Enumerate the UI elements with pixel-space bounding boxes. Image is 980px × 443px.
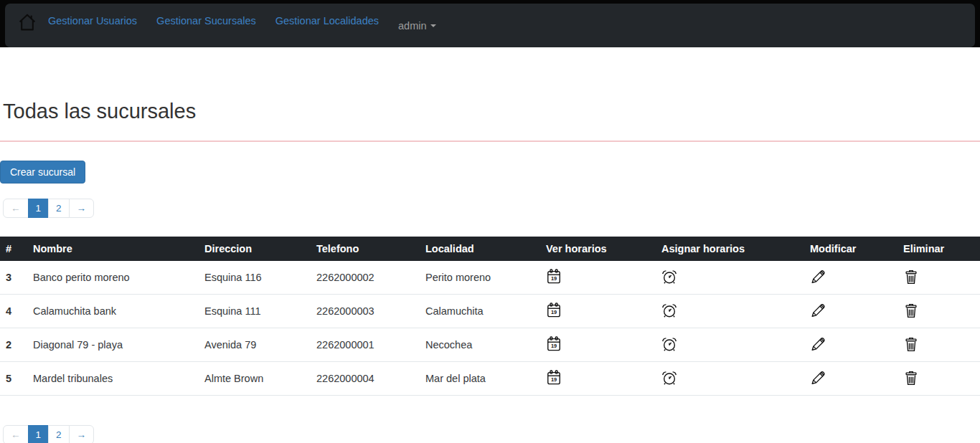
nav-item-gestionar-localidades[interactable]: Gestionar Localidades	[275, 15, 379, 27]
navbar-outer: Gestionar Usuarios Gestionar Sucursales …	[0, 0, 980, 47]
home-brand-link[interactable]	[17, 12, 38, 34]
eliminar-button[interactable]	[903, 269, 919, 285]
modificar-button[interactable]	[810, 269, 826, 285]
header-nombre: Nombre	[27, 237, 199, 261]
navbar: Gestionar Usuarios Gestionar Sucursales …	[5, 4, 975, 47]
create-sucursal-button[interactable]: Crear sucursal	[0, 161, 85, 184]
ver-horarios-button[interactable]: 19	[546, 335, 562, 352]
calendar-icon: 19	[546, 369, 562, 386]
cell-direccion: Avenida 79	[199, 328, 311, 362]
cell-localidad: Perito moreno	[420, 261, 540, 295]
cell-telefono: 2262000004	[311, 362, 420, 396]
pagination-top: ← 1 2 →	[3, 199, 94, 218]
cell-telefono: 2262000002	[311, 261, 420, 295]
pagination-page-2-button[interactable]: 2	[48, 425, 70, 443]
nav-item-gestionar-usuarios[interactable]: Gestionar Usuarios	[48, 15, 137, 27]
trash-icon	[903, 269, 919, 285]
sucursales-table: # Nombre Direccion Telefono Localidad Ve…	[0, 237, 980, 396]
header-telefono: Telefono	[311, 237, 420, 261]
ver-horarios-button[interactable]: 19	[546, 268, 562, 285]
pagination-prev-button[interactable]: ←	[3, 425, 29, 443]
calendar-icon: 19	[546, 268, 562, 285]
alarm-clock-icon	[661, 336, 677, 352]
pagination-page-2-button[interactable]: 2	[48, 199, 70, 218]
asignar-horarios-button[interactable]	[661, 269, 677, 285]
modificar-button[interactable]	[810, 303, 826, 318]
calendar-day-label: 19	[551, 343, 557, 349]
alarm-clock-icon	[661, 370, 677, 386]
eliminar-button[interactable]	[903, 303, 919, 318]
user-dropdown[interactable]: admin	[398, 20, 436, 32]
alarm-clock-icon	[661, 303, 677, 318]
cell-nombre: Banco perito moreno	[27, 261, 199, 295]
calendar-day-label: 19	[551, 376, 557, 383]
cell-id: 3	[0, 261, 27, 295]
modificar-button[interactable]	[810, 370, 826, 386]
trash-icon	[903, 370, 919, 386]
cell-telefono: 2262000003	[311, 295, 420, 328]
pagination-next-button[interactable]: →	[69, 425, 95, 443]
asignar-horarios-button[interactable]	[661, 370, 677, 386]
modificar-button[interactable]	[810, 336, 826, 352]
asignar-horarios-button[interactable]	[661, 336, 677, 352]
cell-nombre: Diagonal 79 - playa	[27, 328, 199, 362]
calendar-day-label: 19	[551, 275, 557, 282]
cell-nombre: Calamuchita bank	[27, 295, 199, 328]
pagination-next-button[interactable]: →	[69, 199, 95, 218]
eliminar-button[interactable]	[903, 336, 919, 352]
pencil-icon	[810, 269, 826, 285]
pagination-page-1-button[interactable]: 1	[28, 425, 50, 443]
table-row: 5 Mardel tribunales Almte Brown 22620000…	[0, 362, 980, 396]
pagination-page-1-button[interactable]: 1	[28, 199, 50, 218]
header-asignar-horarios: Asignar horarios	[656, 237, 804, 261]
eliminar-button[interactable]	[903, 370, 919, 386]
title-divider	[0, 140, 980, 142]
cell-nombre: Mardel tribunales	[27, 362, 199, 396]
trash-icon	[903, 336, 919, 352]
cell-localidad: Necochea	[420, 328, 540, 362]
cell-direccion: Almte Brown	[199, 362, 311, 396]
header-eliminar: Eliminar	[897, 237, 980, 261]
calendar-icon: 19	[546, 302, 562, 318]
pencil-icon	[810, 370, 826, 386]
cell-id: 4	[0, 295, 27, 328]
cell-localidad: Calamuchita	[420, 295, 540, 328]
page-title: Todas las sucursales	[3, 100, 980, 123]
header-localidad: Localidad	[420, 237, 540, 261]
user-dropdown-label: admin	[398, 20, 427, 32]
cell-id: 5	[0, 362, 27, 396]
table-row: 3 Banco perito moreno Esquina 116 226200…	[0, 261, 980, 295]
asignar-horarios-button[interactable]	[661, 303, 677, 318]
header-direccion: Direccion	[199, 237, 311, 261]
cell-id: 2	[0, 328, 27, 362]
table-row: 4 Calamuchita bank Esquina 111 226200000…	[0, 295, 980, 328]
pagination-prev-button[interactable]: ←	[3, 199, 29, 218]
nav-item-gestionar-sucursales[interactable]: Gestionar Sucursales	[156, 15, 256, 27]
cell-direccion: Esquina 111	[199, 295, 311, 328]
table-header-row: # Nombre Direccion Telefono Localidad Ve…	[0, 237, 980, 261]
header-ver-horarios: Ver horarios	[540, 237, 656, 261]
ver-horarios-button[interactable]: 19	[546, 369, 562, 386]
table-row: 2 Diagonal 79 - playa Avenida 79 2262000…	[0, 328, 980, 362]
pencil-icon	[810, 303, 826, 318]
main-content: Todas las sucursales Crear sucursal ← 1 …	[0, 100, 980, 443]
cell-direccion: Esquina 116	[199, 261, 311, 295]
home-icon	[17, 22, 38, 34]
pencil-icon	[810, 336, 826, 352]
trash-icon	[903, 303, 919, 318]
cell-telefono: 2262000001	[311, 328, 420, 362]
cell-localidad: Mar del plata	[420, 362, 540, 396]
header-id: #	[0, 237, 27, 261]
chevron-down-icon	[430, 24, 436, 27]
header-modificar: Modificar	[804, 237, 897, 261]
ver-horarios-button[interactable]: 19	[546, 302, 562, 318]
pagination-bottom: ← 1 2 →	[3, 425, 94, 443]
calendar-day-label: 19	[551, 309, 557, 315]
alarm-clock-icon	[661, 269, 677, 285]
calendar-icon: 19	[546, 335, 562, 352]
